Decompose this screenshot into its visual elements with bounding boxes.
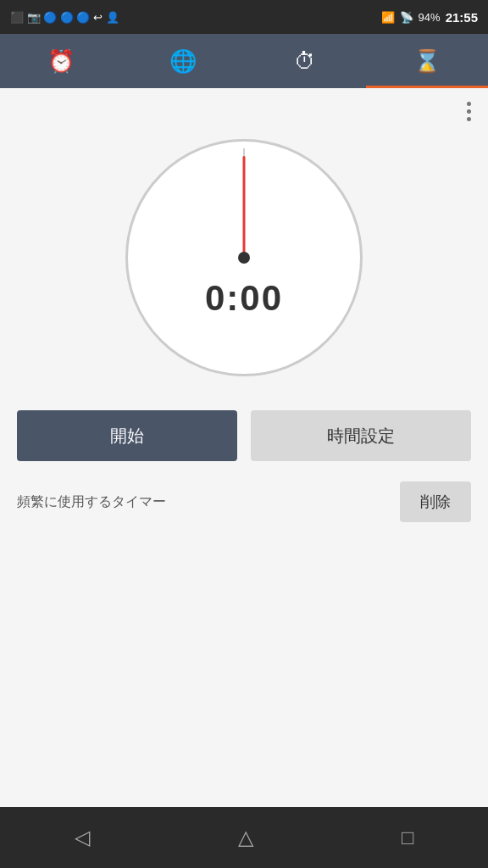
alarm-icon: ⏰ (47, 48, 75, 75)
clock-center-dot (238, 252, 250, 264)
saved-timers-label: 頻繁に使用するタイマー (17, 493, 166, 511)
timer-icon: ⌛ (413, 48, 441, 75)
stopwatch-tab[interactable]: ⏱ (244, 34, 366, 88)
set-time-button[interactable]: 時間設定 (251, 410, 471, 461)
notification-icons: ⬛ 📷 🔵 🔵 🔵 ↩ 👤 (10, 11, 119, 24)
status-time: 21:55 (446, 10, 478, 25)
start-button[interactable]: 開始 (17, 410, 237, 461)
clock-hand-red (243, 156, 246, 258)
status-bar: ⬛ 📷 🔵 🔵 🔵 ↩ 👤 📶 📡 94% 21:55 (0, 0, 488, 34)
saved-timers-row: 頻繁に使用するタイマー 削除 (17, 481, 471, 522)
dot3 (467, 117, 471, 121)
clock-hand (243, 156, 246, 258)
wifi-icon: 📡 (400, 11, 413, 24)
world-clock-icon: 🌐 (169, 48, 197, 75)
recent-apps-button[interactable]: □ (402, 826, 414, 849)
timer-tab[interactable]: ⌛ (366, 34, 488, 88)
status-bar-right: 📶 📡 94% 21:55 (381, 10, 478, 25)
stopwatch-icon: ⏱ (294, 48, 316, 75)
home-button[interactable]: △ (238, 826, 253, 849)
signal-icon: 📶 (381, 11, 395, 24)
battery-percent: 94% (419, 11, 441, 24)
timer-clock: 0:00 (125, 139, 363, 376)
timer-display: 0:00 (128, 278, 360, 319)
clock-face: 0:00 (125, 139, 363, 376)
world-clock-tab[interactable]: 🌐 (122, 34, 244, 88)
more-options-button[interactable] (467, 102, 471, 121)
delete-button[interactable]: 削除 (400, 481, 471, 522)
back-button[interactable]: ◁ (75, 826, 90, 849)
dot2 (467, 109, 471, 114)
bottom-navigation: ◁ △ □ (0, 807, 488, 868)
top-navigation: ⏰ 🌐 ⏱ ⌛ (0, 34, 488, 88)
status-bar-left: ⬛ 📷 🔵 🔵 🔵 ↩ 👤 (10, 11, 119, 24)
dot1 (467, 102, 471, 106)
action-buttons: 開始 時間設定 (17, 410, 471, 461)
alarm-tab[interactable]: ⏰ (0, 34, 122, 88)
main-content: 0:00 開始 時間設定 頻繁に使用するタイマー 削除 (0, 88, 488, 807)
